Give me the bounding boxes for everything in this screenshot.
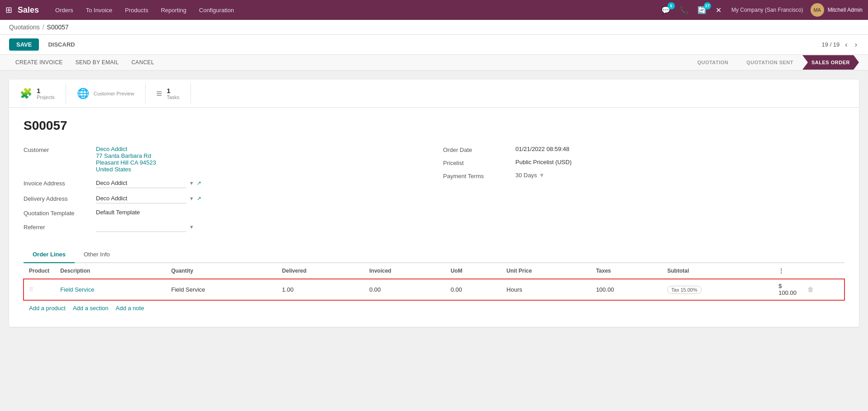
row-quantity: 1.00 [277, 279, 364, 300]
row-product[interactable]: Field Service [55, 279, 166, 300]
row-drag-handle[interactable]: ⠿ [24, 279, 55, 300]
projects-label: Projects [37, 94, 55, 100]
form-body: S00057 Customer Deco Addict 77 Santa Bar… [9, 108, 859, 327]
pager-text: 19 / 19 [822, 41, 840, 48]
add-note-link[interactable]: Add a note [116, 305, 144, 312]
pager-prev[interactable]: ‹ [843, 40, 849, 50]
add-actions: Add a product Add a section Add a note [24, 300, 844, 316]
stage-sales-order[interactable]: SALES ORDER [802, 55, 859, 70]
smart-btn-projects[interactable]: 🧩 1 Projects [9, 83, 66, 104]
quotation-template-label: Quotation Template [24, 209, 96, 217]
payment-terms-row: Payment Terms 30 Days ▼ [443, 172, 845, 180]
grid-menu-icon[interactable]: ⊞ [5, 5, 12, 15]
customer-address2: Pleasant Hill CA 94523 [96, 159, 425, 166]
payment-terms-dropdown-icon[interactable]: ▼ [539, 172, 545, 179]
tab-order-lines[interactable]: Order Lines [24, 246, 75, 263]
order-date-value: 01/21/2022 08:59:48 [516, 146, 845, 152]
create-invoice-button[interactable]: CREATE INVOICE [9, 55, 69, 70]
close-icon-btn[interactable]: ✕ [713, 4, 724, 16]
invoice-address-row: Invoice Address ▼ ↗ [24, 178, 425, 188]
col-subtotal: Subtotal [662, 263, 773, 279]
phone-icon-btn[interactable]: 📞 [677, 4, 691, 16]
save-button[interactable]: SAVE [9, 38, 39, 51]
delivery-address-dropdown-icon[interactable]: ▼ [189, 196, 194, 201]
stage-quotation-sent[interactable]: QUOTATION SENT [737, 55, 802, 70]
nav-configuration[interactable]: Configuration [194, 0, 239, 20]
updates-badge: 27 [704, 2, 711, 9]
row-taxes[interactable]: Tax 15.00% [662, 279, 773, 300]
tabs-bar: Order Lines Other Info [24, 246, 844, 263]
action-bar: SAVE DISCARD 19 / 19 ‹ › [0, 35, 868, 55]
col-unit-price: Unit Price [501, 263, 591, 279]
nav-orders[interactable]: Orders [50, 0, 79, 20]
order-date-row: Order Date 01/21/2022 08:59:48 [443, 146, 845, 153]
updates-icon-btn[interactable]: 🔄 27 [695, 4, 709, 16]
smart-buttons-bar: 🧩 1 Projects 🌐 Customer Preview ≡ 1 Task… [9, 80, 859, 108]
row-subtotal: $ 100.00 [773, 279, 802, 300]
customer-country: United States [96, 166, 425, 173]
row-description: Field Service [166, 279, 276, 300]
send-by-email-button[interactable]: SEND BY EMAIL [69, 55, 125, 70]
smart-btn-tasks[interactable]: ≡ 1 Tasks [146, 83, 191, 104]
breadcrumb-parent[interactable]: Quotations [9, 24, 40, 31]
nav-reporting[interactable]: Reporting [156, 0, 192, 20]
breadcrumb-separator: / [43, 24, 44, 31]
pricelist-value: Public Pricelist (USD) [516, 159, 845, 165]
delivery-address-row: Delivery Address ▼ ↗ [24, 194, 425, 203]
quotation-template-row: Quotation Template Default Template [24, 209, 425, 217]
invoice-address-dropdown-icon[interactable]: ▼ [189, 180, 194, 186]
customer-row: Customer Deco Addict 77 Santa Barbara Rd… [24, 146, 425, 173]
col-taxes: Taxes [591, 263, 662, 279]
tax-badge: Tax 15.00% [667, 286, 701, 294]
globe-icon: 🌐 [77, 88, 89, 99]
form-card: 🧩 1 Projects 🌐 Customer Preview ≡ 1 Task… [9, 80, 859, 327]
referrer-dropdown-icon[interactable]: ▼ [189, 224, 194, 230]
referrer-input[interactable] [96, 222, 186, 232]
row-uom: Hours [501, 279, 591, 300]
chat-icon-btn[interactable]: 💬 5 [659, 4, 673, 16]
pricelist-label: Pricelist [443, 159, 516, 166]
order-date-label: Order Date [443, 146, 516, 153]
invoice-address-external-link[interactable]: ↗ [197, 180, 201, 186]
referrer-label: Referrer [24, 224, 96, 231]
stage-quotation[interactable]: QUOTATION [688, 55, 737, 70]
invoice-address-input[interactable] [96, 178, 186, 188]
col-invoiced: Invoiced [364, 263, 445, 279]
top-navigation: ⊞ Sales Orders To Invoice Products Repor… [0, 0, 868, 20]
cancel-button[interactable]: CANCEL [125, 55, 160, 70]
smart-btn-customer-preview[interactable]: 🌐 Customer Preview [66, 83, 146, 104]
col-uom: UoM [445, 263, 501, 279]
quotation-template-value: Default Template [96, 209, 425, 216]
tasks-count: 1 [166, 87, 179, 94]
customer-value: Deco Addict 77 Santa Barbara Rd Pleasant… [96, 146, 425, 173]
delivery-address-external-link[interactable]: ↗ [197, 195, 201, 202]
row-delete[interactable]: 🗑 [802, 279, 844, 300]
projects-count: 1 [37, 87, 55, 94]
user-name: Mitchell Admin [828, 7, 863, 13]
user-avatar[interactable]: MA [811, 3, 824, 17]
puzzle-icon: 🧩 [20, 88, 32, 99]
chat-badge: 5 [668, 2, 675, 9]
discard-button[interactable]: DISCARD [43, 38, 80, 51]
nav-products[interactable]: Products [119, 0, 153, 20]
col-actions: ⋮ [773, 263, 802, 279]
delivery-address-input[interactable] [96, 194, 186, 203]
customer-preview-label: Customer Preview [94, 91, 134, 96]
pager-next[interactable]: › [853, 40, 859, 50]
pricelist-row: Pricelist Public Pricelist (USD) [443, 159, 845, 166]
order-lines-section: Product Description Quantity Delivered I… [24, 263, 844, 316]
row-delivered: 0.00 [364, 279, 445, 300]
breadcrumb: Quotations / S00057 [0, 20, 868, 35]
add-product-link[interactable]: Add a product [29, 305, 66, 312]
customer-name-link[interactable]: Deco Addict [96, 146, 127, 152]
col-quantity: Quantity [166, 263, 276, 279]
brand-logo[interactable]: Sales [18, 5, 39, 15]
tab-other-info[interactable]: Other Info [75, 246, 119, 263]
add-section-link[interactable]: Add a section [73, 305, 109, 312]
nav-to-invoice[interactable]: To Invoice [81, 0, 118, 20]
table-row: ⠿ Field Service Field Service 1.00 0.00 … [24, 279, 844, 300]
row-invoiced: 0.00 [445, 279, 501, 300]
col-product: Product [24, 263, 55, 279]
payment-terms-value: 30 Days [516, 172, 537, 179]
main-content: 🧩 1 Projects 🌐 Customer Preview ≡ 1 Task… [0, 71, 868, 409]
